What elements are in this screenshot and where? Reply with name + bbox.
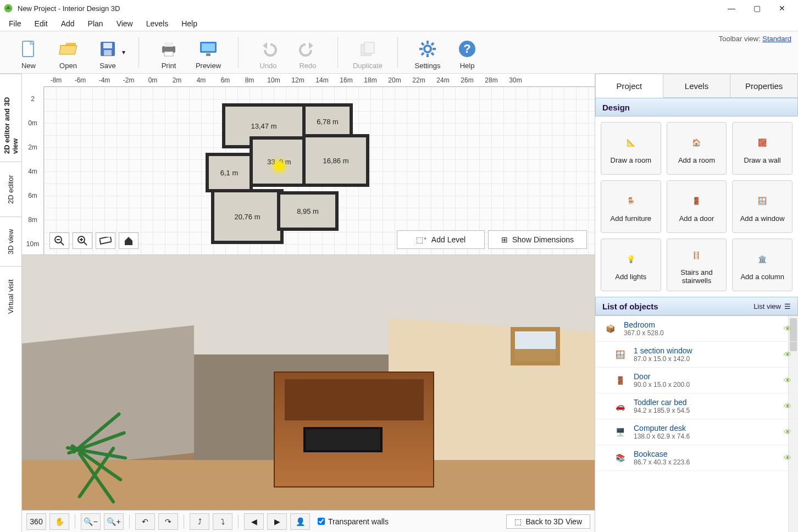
- preview-button[interactable]: Preview: [189, 35, 228, 70]
- tab-properties[interactable]: Properties: [730, 74, 798, 98]
- object-list-item[interactable]: 🪟1 section window87.0 x 15.0 x 142.0👁: [595, 342, 798, 368]
- floorplan-room[interactable]: 6,1 m: [209, 156, 250, 189]
- rotate360-button[interactable]: 360: [26, 513, 46, 530]
- undo-button[interactable]: Undo: [248, 35, 288, 70]
- tab-3d[interactable]: 3D view: [0, 217, 21, 266]
- zoom-in-3d-button[interactable]: 🔍+: [104, 513, 124, 530]
- duplicate-icon: [357, 38, 378, 59]
- menu-view[interactable]: View: [111, 18, 138, 29]
- menu-help[interactable]: Help: [176, 18, 203, 29]
- visibility-eye-icon[interactable]: 👁: [784, 453, 791, 462]
- menu-add[interactable]: Add: [56, 18, 80, 29]
- view-3d[interactable]: 360 ✋ 🔍− 🔍+ ↶ ↷ ⤴ ⤵ ◀ ▶ 👤 Transparent wa…: [22, 255, 595, 532]
- object-size: 367.0 x 528.0: [624, 329, 664, 337]
- svg-text:?: ?: [463, 42, 470, 56]
- zoom-out-3d-button[interactable]: 🔍−: [81, 513, 101, 530]
- object-name: 1 section window: [634, 346, 692, 355]
- folder-open-icon: [58, 38, 79, 59]
- floorplan-room[interactable]: 16,86 m: [306, 137, 366, 184]
- object-list-item[interactable]: 🚪Door90.0 x 15.0 x 200.0👁: [595, 368, 798, 394]
- menu-plan[interactable]: Plan: [82, 18, 109, 29]
- tab-virtual-visit[interactable]: Virtual visit: [0, 266, 21, 326]
- toolbar-view-link[interactable]: Standard: [762, 35, 791, 43]
- tab-levels[interactable]: Levels: [663, 74, 731, 98]
- tilt-down-button[interactable]: ⤵: [213, 513, 232, 530]
- add-room-button[interactable]: 🏠Add a room: [667, 122, 727, 175]
- stairs-button[interactable]: 🪜Stairs and stairwells: [667, 239, 727, 291]
- undo-icon: [258, 38, 279, 59]
- duplicate-button[interactable]: Duplicate: [348, 35, 387, 70]
- help-button[interactable]: ? Help: [447, 35, 487, 70]
- object-list-item[interactable]: 🚗Toddler car bed94.2 x 185.9 x 54.5👁: [595, 394, 798, 419]
- back-to-3d-button[interactable]: ⬚ Back to 3D View: [506, 514, 590, 529]
- home-button[interactable]: [119, 232, 138, 249]
- nudge-right-button[interactable]: ▶: [267, 513, 287, 530]
- add-column-button[interactable]: 🏛️Add a column: [732, 239, 793, 291]
- tab-project[interactable]: Project: [595, 74, 663, 98]
- svg-line-20: [431, 43, 434, 45]
- person-view-button[interactable]: 👤: [290, 513, 310, 530]
- save-dropdown[interactable]: ▾: [122, 48, 125, 56]
- toolbar-view-label: Toolbar view: Standard: [719, 35, 791, 43]
- rotate-right-button[interactable]: ↷: [158, 513, 178, 530]
- view-2d[interactable]: -8m-6m-4m-2m0m2m4m6m8m10m12m14m16m18m20m…: [22, 74, 595, 255]
- help-icon: ?: [457, 38, 478, 59]
- add-lights-button[interactable]: 💡Add lights: [601, 239, 661, 291]
- object-icon: 🖥️: [612, 424, 628, 440]
- tilt-up-button[interactable]: ⤴: [190, 513, 209, 530]
- brick-wall-icon: 🧱: [751, 133, 773, 153]
- show-dimensions-button[interactable]: ⊞ Show Dimensions: [488, 230, 587, 249]
- zoom-in-button[interactable]: [73, 232, 92, 249]
- redo-button[interactable]: Redo: [288, 35, 328, 70]
- draw-room-button[interactable]: 📐Draw a room: [601, 122, 661, 175]
- new-file-icon: [18, 38, 39, 59]
- add-window-button[interactable]: 🪟Add a window: [732, 180, 793, 233]
- camera-marker[interactable]: [275, 162, 284, 170]
- settings-button[interactable]: Settings: [408, 35, 447, 70]
- object-list-item[interactable]: 📦Bedroom367.0 x 528.0👁: [595, 316, 798, 342]
- visibility-eye-icon[interactable]: 👁: [784, 324, 791, 333]
- object-list-item[interactable]: 📚Bookcase86.7 x 40.3 x 223.6👁: [595, 445, 798, 471]
- svg-rect-10: [206, 53, 210, 56]
- ruler-vertical: 20m2m4m6m8m10m: [22, 87, 44, 254]
- visibility-eye-icon[interactable]: 👁: [784, 402, 791, 411]
- zoom-out-button[interactable]: [49, 232, 69, 249]
- window-icon: 🪟: [751, 191, 773, 211]
- svg-rect-7: [164, 52, 173, 56]
- add-furniture-button[interactable]: 🪑Add furniture: [601, 180, 661, 233]
- tab-2d3d[interactable]: 2D editor and 3D view: [0, 74, 21, 162]
- maximize-button[interactable]: ▢: [744, 0, 769, 16]
- object-size: 87.0 x 15.0 x 142.0: [634, 355, 692, 363]
- draw-wall-button[interactable]: 🧱Draw a wall: [732, 122, 793, 175]
- measure-button[interactable]: [96, 232, 115, 249]
- floorplan-room[interactable]: 6,78 m: [306, 107, 350, 137]
- canvas-2d[interactable]: 13,47 m6,78 m33, 9 m16,86 m6,1 m20,76 m8…: [44, 87, 595, 254]
- close-button[interactable]: ✕: [769, 0, 795, 16]
- toolbar-separator: [238, 37, 239, 68]
- visibility-eye-icon[interactable]: 👁: [784, 428, 791, 436]
- design-header: Design: [595, 98, 798, 117]
- tab-2d[interactable]: 2D editor: [0, 162, 21, 217]
- menu-file[interactable]: File: [3, 18, 27, 29]
- pan-button[interactable]: ✋: [49, 513, 69, 530]
- open-button[interactable]: Open: [48, 35, 88, 70]
- visibility-eye-icon[interactable]: 👁: [784, 376, 791, 385]
- print-button[interactable]: Print: [149, 35, 189, 70]
- minimize-button[interactable]: —: [719, 0, 744, 16]
- rotate-left-button[interactable]: ↶: [135, 513, 155, 530]
- object-name: Bookcase: [634, 450, 690, 458]
- transparent-walls-checkbox[interactable]: Transparent walls: [318, 517, 389, 526]
- visibility-eye-icon[interactable]: 👁: [784, 350, 791, 359]
- object-list-item[interactable]: 🖥️Computer desk138.0 x 62.9 x 74.6👁: [595, 419, 798, 445]
- list-view-toggle[interactable]: List view ☰: [753, 302, 791, 311]
- add-door-button[interactable]: 🚪Add a door: [667, 180, 727, 233]
- floorplan-room[interactable]: 8,95 m: [280, 195, 335, 228]
- floorplan-room[interactable]: 20,76 m: [214, 192, 280, 241]
- object-list[interactable]: ▲ 📦Bedroom367.0 x 528.0👁🪟1 section windo…: [595, 315, 798, 532]
- floorplan[interactable]: 13,47 m6,78 m33, 9 m16,86 m6,1 m20,76 m8…: [209, 107, 374, 250]
- new-button[interactable]: New: [9, 35, 48, 70]
- add-level-button[interactable]: ⬚⁺ Add Level: [397, 230, 485, 249]
- menu-edit[interactable]: Edit: [29, 18, 53, 29]
- menu-levels[interactable]: Levels: [141, 18, 174, 29]
- nudge-left-button[interactable]: ◀: [244, 513, 264, 530]
